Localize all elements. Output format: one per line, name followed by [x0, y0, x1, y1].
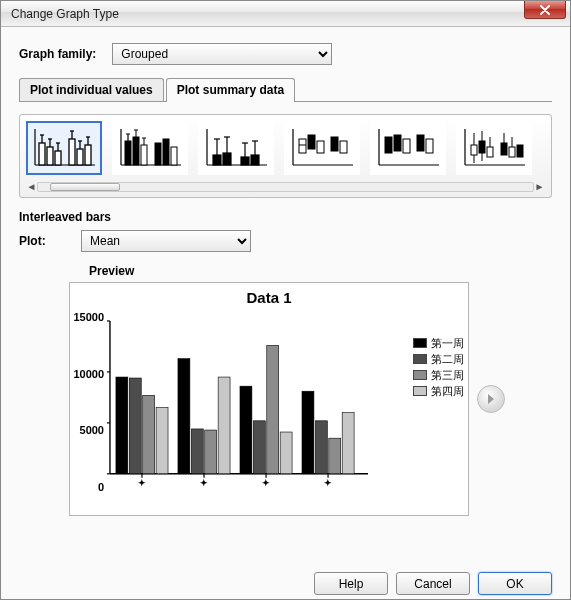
svg-rect-68: [479, 141, 485, 153]
svg-rect-65: [471, 145, 477, 155]
svg-rect-104: [329, 438, 341, 474]
chart-title: Data 1: [70, 289, 468, 306]
y-tick-label: 5000: [70, 424, 104, 436]
chart-plot-area: ✦✦✦✦: [106, 317, 372, 486]
legend-item: 第三周: [413, 367, 464, 383]
svg-rect-14: [77, 149, 83, 165]
svg-rect-87: [156, 408, 168, 474]
window-title: Change Graph Type: [11, 7, 119, 21]
tab-plot-summary-data[interactable]: Plot summary data: [166, 78, 295, 102]
svg-rect-25: [133, 137, 139, 165]
svg-rect-73: [501, 143, 507, 155]
titlebar: Change Graph Type: [1, 1, 570, 27]
svg-rect-90: [178, 359, 190, 474]
chart-type-filled-bars[interactable]: [112, 121, 188, 175]
close-icon: [540, 5, 550, 15]
y-tick-label: 10000: [70, 368, 104, 380]
legend-swatch: [413, 386, 427, 396]
y-tick-label: 0: [70, 481, 104, 493]
svg-rect-50: [299, 139, 306, 153]
chart-type-gallery: ◄ ►: [19, 114, 552, 198]
svg-rect-8: [55, 151, 61, 165]
legend-label: 第一周: [431, 336, 464, 351]
legend-swatch: [413, 354, 427, 364]
plot-stat-row: Plot: Mean: [19, 230, 552, 252]
svg-rect-86: [143, 395, 155, 474]
svg-rect-71: [487, 147, 493, 157]
chart-type-box-whisker-3[interactable]: [456, 121, 532, 175]
chart-type-box-whisker-1[interactable]: [284, 121, 360, 175]
plot-stat-select[interactable]: Mean: [81, 230, 251, 252]
svg-rect-31: [155, 143, 161, 165]
gallery-scrollbar[interactable]: ◄ ►: [26, 179, 545, 195]
svg-rect-98: [267, 345, 279, 473]
scroll-left-arrow-icon[interactable]: ◄: [26, 180, 37, 194]
legend-item: 第二周: [413, 351, 464, 367]
chart-legend: 第一周第二周第三周第四周: [413, 335, 464, 399]
svg-rect-33: [171, 147, 177, 165]
svg-rect-97: [253, 421, 265, 474]
svg-rect-2: [39, 143, 45, 165]
chart-type-superimposed-bars[interactable]: [198, 121, 274, 175]
svg-rect-36: [213, 155, 221, 165]
legend-label: 第三周: [431, 368, 464, 383]
svg-rect-22: [125, 141, 131, 165]
preview-next-button[interactable]: [477, 385, 505, 413]
svg-rect-53: [317, 141, 324, 153]
svg-rect-77: [517, 145, 523, 157]
scroll-track[interactable]: [37, 182, 534, 192]
svg-rect-5: [47, 147, 53, 165]
legend-item: 第四周: [413, 383, 464, 399]
dialog-buttons: Help Cancel OK: [314, 572, 552, 595]
graph-family-select[interactable]: Grouped: [112, 43, 332, 65]
graph-family-row: Graph family: Grouped: [19, 43, 552, 65]
svg-rect-45: [251, 155, 259, 165]
tabstrip: Plot individual values Plot summary data: [19, 77, 552, 102]
svg-rect-60: [403, 139, 410, 153]
svg-rect-55: [340, 141, 347, 153]
svg-rect-99: [280, 432, 292, 474]
cancel-button[interactable]: Cancel: [396, 572, 470, 595]
close-button[interactable]: [524, 1, 566, 19]
svg-rect-58: [385, 137, 392, 153]
svg-rect-59: [394, 135, 401, 151]
dialog-content: Graph family: Grouped Plot individual va…: [1, 27, 570, 599]
ok-button[interactable]: OK: [478, 572, 552, 595]
svg-rect-61: [417, 135, 424, 151]
chart-type-box-whisker-2[interactable]: [370, 121, 446, 175]
svg-text:✦: ✦: [324, 478, 332, 486]
svg-rect-54: [331, 137, 338, 151]
svg-rect-62: [426, 139, 433, 153]
chevron-right-icon: [485, 393, 497, 405]
y-axis-ticks: 050001000015000: [70, 317, 106, 485]
svg-rect-84: [116, 377, 128, 474]
svg-rect-91: [191, 429, 203, 474]
svg-text:✦: ✦: [262, 478, 270, 486]
scroll-handle[interactable]: [50, 183, 120, 191]
svg-rect-102: [302, 391, 314, 474]
y-tick-label: 15000: [70, 311, 104, 323]
scroll-right-arrow-icon[interactable]: ►: [534, 180, 545, 194]
svg-rect-85: [129, 378, 141, 474]
chart-type-interleaved-bars[interactable]: [26, 121, 102, 175]
chart-subtype-label: Interleaved bars: [19, 210, 552, 224]
plot-stat-label: Plot:: [19, 234, 65, 248]
svg-rect-105: [342, 413, 354, 474]
svg-rect-103: [315, 421, 327, 474]
legend-swatch: [413, 370, 427, 380]
tab-plot-individual-values[interactable]: Plot individual values: [19, 78, 164, 101]
svg-rect-28: [141, 145, 147, 165]
graph-family-label: Graph family:: [19, 47, 96, 61]
help-button[interactable]: Help: [314, 572, 388, 595]
svg-text:✦: ✦: [200, 478, 208, 486]
svg-rect-42: [241, 157, 249, 165]
preview-chart: Data 1 050001000015000 ✦✦✦✦ 第一周第二周第三周第四周: [69, 282, 469, 516]
svg-rect-93: [218, 377, 230, 474]
preview-label: Preview: [89, 264, 552, 278]
dialog-window: Change Graph Type Graph family: Grouped …: [0, 0, 571, 600]
svg-rect-75: [509, 147, 515, 157]
svg-rect-17: [85, 145, 91, 165]
legend-swatch: [413, 338, 427, 348]
svg-rect-32: [163, 139, 169, 165]
svg-rect-92: [205, 430, 217, 474]
